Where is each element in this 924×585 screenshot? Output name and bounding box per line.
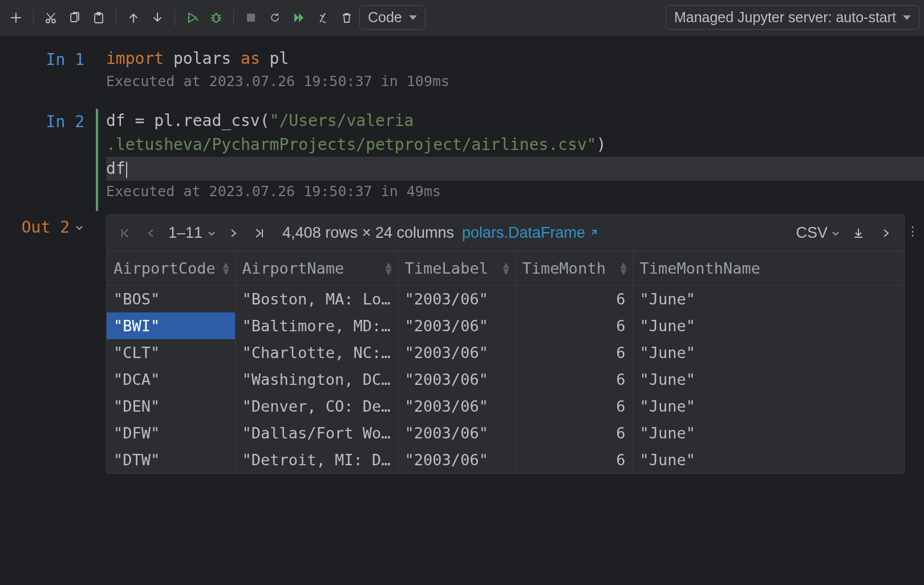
chevron-down-icon — [74, 222, 84, 233]
toolbar-separator — [175, 10, 175, 26]
clear-outputs-button[interactable] — [311, 6, 334, 29]
cell-in-1[interactable]: In 1 import polars as pl Executed at 202… — [0, 47, 924, 101]
toolbar-separator — [33, 10, 34, 26]
svg-rect-2 — [71, 14, 77, 22]
more-options-icon[interactable]: ⋮ — [906, 224, 919, 238]
expand-button[interactable] — [877, 224, 895, 242]
move-up-button[interactable] — [122, 6, 145, 29]
chevron-down-icon — [409, 15, 417, 20]
column-header[interactable]: TimeMonthName — [633, 251, 904, 286]
column-header[interactable]: AirportName▲▼ — [235, 251, 398, 286]
dataframe-shape: 4,408 rows × 24 columns — [282, 224, 454, 242]
table-row[interactable]: "BOS""Boston, MA: Lo…"2003/06"6"June" — [107, 286, 904, 313]
code-line[interactable]: .letusheva/PycharmProjects/petproject/ai… — [106, 133, 924, 157]
table-row[interactable]: "CLT""Charlotte, NC:…"2003/06"6"June" — [107, 339, 904, 366]
debug-button[interactable] — [205, 6, 228, 29]
cell-type-label: Code — [368, 9, 402, 26]
text-cursor — [126, 162, 127, 178]
run-cell-button[interactable] — [181, 6, 204, 29]
dataframe-type-link[interactable]: polars.DataFrame — [462, 224, 598, 242]
code-line[interactable]: import polars as pl — [106, 47, 924, 71]
dataframe-output: ⋮ 1–11 — [106, 214, 905, 474]
svg-point-5 — [213, 14, 219, 22]
table-header-row: AirportCode▲▼ AirportName▲▼ TimeLabel▲▼ … — [107, 251, 904, 286]
toolbar-separator — [116, 10, 116, 26]
in-label: In 1 — [46, 50, 84, 69]
last-page-button[interactable] — [250, 224, 269, 242]
chevron-down-icon — [903, 15, 911, 20]
execution-status: Executed at 2023.07.26 19:50:37 in 49ms — [106, 183, 924, 200]
jupyter-server-dropdown[interactable]: Managed Jupyter server: auto-start — [666, 5, 919, 30]
cell-out-2: Out 2 ⋮ 1–11 — [0, 214, 924, 474]
add-cell-button[interactable] — [5, 6, 27, 29]
toolbar-separator — [233, 10, 234, 26]
execution-status: Executed at 2023.07.26 19:50:37 in 109ms — [106, 73, 924, 90]
out-label[interactable]: Out 2 — [0, 218, 84, 237]
move-down-button[interactable] — [146, 6, 169, 29]
column-header[interactable]: TimeLabel▲▼ — [398, 251, 515, 286]
table-row[interactable]: "DTW""Detroit, MI: D…"2003/06"6"June" — [107, 446, 904, 473]
chevron-down-icon — [207, 229, 216, 238]
dataframe-toolbar: 1–11 4,408 rows × 24 columns polars.Data… — [107, 215, 904, 251]
cell-in-2[interactable]: In 2 df = pl.read_csv("/Users/valeria .l… — [0, 109, 924, 211]
server-label: Managed Jupyter server: auto-start — [674, 9, 896, 26]
prev-page-button[interactable] — [142, 224, 160, 242]
dataframe-table[interactable]: AirportCode▲▼ AirportName▲▼ TimeLabel▲▼ … — [107, 251, 904, 473]
copy-button[interactable] — [63, 6, 86, 29]
external-link-icon — [589, 229, 598, 238]
download-button[interactable] — [849, 224, 868, 242]
restart-button[interactable] — [264, 6, 286, 29]
code-line[interactable]: df — [106, 157, 924, 181]
page-range-dropdown[interactable]: 1–11 — [168, 224, 216, 242]
code-line[interactable]: df = pl.read_csv("/Users/valeria — [106, 109, 924, 133]
column-header[interactable]: AirportCode▲▼ — [107, 251, 235, 286]
table-row[interactable]: "DCA""Washington, DC…"2003/06"6"June" — [107, 366, 904, 393]
paste-button[interactable] — [87, 6, 110, 29]
notebook-area: In 1 import polars as pl Executed at 202… — [0, 35, 924, 474]
in-label: In 2 — [46, 112, 84, 131]
cell-type-dropdown[interactable]: Code — [359, 5, 425, 30]
stop-button[interactable] — [240, 6, 262, 29]
notebook-toolbar: Code Managed Jupyter server: auto-start — [0, 0, 924, 35]
run-all-button[interactable] — [287, 6, 310, 29]
table-row[interactable]: "BWI""Baltimore, MD:…"2003/06"6"June" — [107, 312, 904, 339]
svg-rect-6 — [247, 14, 255, 22]
chevron-down-icon — [831, 229, 840, 238]
cut-button[interactable] — [39, 6, 62, 29]
first-page-button[interactable] — [116, 224, 134, 242]
table-row[interactable]: "DEN""Denver, CO: De…"2003/06"6"June" — [107, 393, 904, 420]
next-page-button[interactable] — [224, 224, 242, 242]
delete-button[interactable] — [335, 6, 358, 29]
column-header[interactable]: TimeMonth▲▼ — [515, 251, 633, 286]
table-row[interactable]: "DFW""Dallas/Fort Wo…"2003/06"6"June" — [107, 420, 904, 446]
export-format-dropdown[interactable]: CSV — [796, 224, 840, 242]
